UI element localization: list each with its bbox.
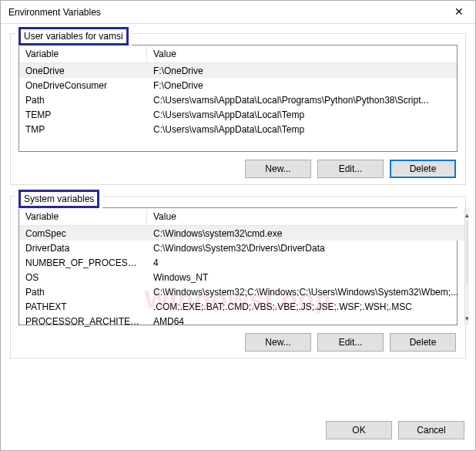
table-row[interactable]: ComSpec C:\Windows\system32\cmd.exe — [19, 226, 464, 241]
row-variable: TEMP — [19, 108, 147, 122]
scroll-thumb[interactable] — [467, 221, 468, 284]
row-variable: PROCESSOR_ARCHITECTURE — [19, 315, 147, 328]
system-list-header: Variable Value — [19, 208, 464, 226]
ok-button[interactable]: OK — [326, 421, 392, 439]
system-variables-legend-label: System variables — [18, 190, 99, 208]
system-variables-list[interactable]: Variable Value ComSpec C:\Windows\system… — [18, 207, 458, 325]
user-variables-legend: User variables for vamsi — [15, 26, 132, 46]
dialog-footer: OK Cancel — [1, 416, 475, 450]
user-col-variable[interactable]: Variable — [19, 45, 147, 62]
row-variable: Path — [19, 93, 147, 107]
row-variable: ComSpec — [19, 227, 147, 241]
dialog-body: WindowsLoop User variables for vamsi Var… — [1, 24, 475, 416]
table-row[interactable]: NUMBER_OF_PROCESSORS 4 — [19, 255, 464, 270]
system-rows: ComSpec C:\Windows\system32\cmd.exe Driv… — [19, 226, 464, 325]
scroll-up-icon[interactable]: ▴ — [465, 208, 469, 221]
system-buttons: New... Edit... Delete — [18, 333, 458, 352]
titlebar: Environment Variables ✕ — [1, 1, 475, 24]
row-variable: PATHEXT — [19, 300, 147, 314]
row-value: Windows_NT — [147, 271, 464, 284]
table-row[interactable]: OS Windows_NT — [19, 270, 464, 284]
row-variable: OneDriveConsumer — [19, 79, 147, 93]
row-variable: Path — [19, 285, 147, 299]
environment-variables-dialog: Environment Variables ✕ WindowsLoop User… — [0, 0, 476, 451]
table-row[interactable]: TEMP C:\Users\vamsi\AppData\Local\Temp — [19, 107, 457, 122]
user-rows: OneDrive F:\OneDrive OneDriveConsumer F:… — [19, 63, 457, 151]
row-value: C:\Windows\system32\cmd.exe — [147, 227, 464, 241]
row-variable: DriverData — [19, 241, 147, 255]
system-edit-button[interactable]: Edit... — [317, 333, 384, 352]
user-buttons: New... Edit... Delete — [18, 160, 458, 178]
row-variable: NUMBER_OF_PROCESSORS — [19, 256, 147, 270]
user-col-value[interactable]: Value — [147, 45, 457, 62]
system-variables-legend: System variables — [15, 189, 102, 209]
user-edit-button[interactable]: Edit... — [317, 160, 384, 178]
system-variables-group: System variables Variable Value ComSpec … — [10, 196, 466, 358]
table-row[interactable]: OneDriveConsumer F:\OneDrive — [19, 78, 457, 93]
scroll-down-icon[interactable]: ▾ — [465, 311, 469, 325]
cancel-button[interactable]: Cancel — [398, 421, 464, 439]
user-variables-group: User variables for vamsi Variable Value … — [10, 33, 466, 185]
close-icon[interactable]: ✕ — [444, 1, 474, 22]
row-value: 4 — [147, 256, 464, 270]
user-variables-legend-label: User variables for vamsi — [18, 27, 129, 45]
table-row[interactable]: TMP C:\Users\vamsi\AppData\Local\Temp — [19, 122, 457, 136]
user-new-button[interactable]: New... — [245, 160, 311, 178]
system-scrollbar[interactable]: ▴ ▾ — [464, 208, 469, 325]
row-value: C:\Users\vamsi\AppData\Local\Temp — [147, 123, 457, 136]
row-variable: OneDrive — [19, 64, 147, 78]
table-row[interactable]: PROCESSOR_ARCHITECTURE AMD64 — [19, 314, 464, 328]
system-delete-button[interactable]: Delete — [390, 333, 456, 352]
row-value: C:\Windows\system32;C:\Windows;C:\Users\… — [147, 285, 464, 299]
row-value: C:\Users\vamsi\AppData\Local\Programs\Py… — [147, 93, 457, 107]
table-row[interactable]: Path C:\Users\vamsi\AppData\Local\Progra… — [19, 93, 457, 107]
table-row[interactable]: PATHEXT .COM;.EXE;.BAT;.CMD;.VBS;.VBE;.J… — [19, 299, 464, 314]
row-value: F:\OneDrive — [147, 64, 457, 78]
row-value: F:\OneDrive — [147, 79, 457, 93]
system-col-value[interactable]: Value — [147, 208, 464, 225]
row-variable: OS — [19, 271, 147, 284]
table-row-empty — [19, 136, 457, 151]
row-value: C:\Users\vamsi\AppData\Local\Temp — [147, 108, 457, 122]
user-list-header: Variable Value — [19, 45, 457, 63]
table-row[interactable]: DriverData C:\Windows\System32\Drivers\D… — [19, 241, 464, 255]
row-variable: TMP — [19, 123, 147, 136]
row-value: .COM;.EXE;.BAT;.CMD;.VBS;.VBE;.JS;.JSE;.… — [147, 300, 464, 314]
scroll-track[interactable] — [465, 221, 469, 311]
table-row[interactable]: OneDrive F:\OneDrive — [19, 63, 457, 78]
user-delete-button[interactable]: Delete — [390, 160, 456, 178]
table-row[interactable]: Path C:\Windows\system32;C:\Windows;C:\U… — [19, 284, 464, 299]
window-title: Environment Variables — [8, 7, 101, 18]
system-col-variable[interactable]: Variable — [19, 208, 147, 225]
row-value: AMD64 — [147, 315, 464, 328]
user-variables-list[interactable]: Variable Value OneDrive F:\OneDrive OneD… — [18, 45, 458, 152]
row-value: C:\Windows\System32\Drivers\DriverData — [147, 241, 464, 255]
system-new-button[interactable]: New... — [245, 333, 311, 352]
